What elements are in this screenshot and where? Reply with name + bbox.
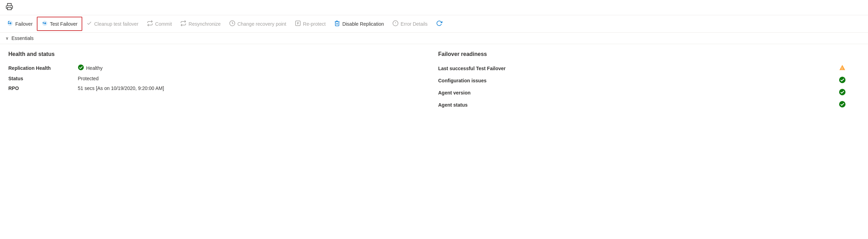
commit-label: Commit [155,21,172,27]
essentials-label: Essentials [11,35,34,41]
info-icon [392,20,399,27]
agent-version-label: Agent version [438,90,470,96]
rpo-row: RPO 51 secs [As on 10/19/2020, 9:20:00 A… [8,85,430,91]
toolbar-item-cleanup-test-failover[interactable]: Cleanup test failover [82,18,143,30]
toolbar: Failover Test Failover Cleanup test fail… [0,15,868,33]
toolbar-item-test-failover[interactable]: Test Failover [37,17,82,31]
change-recovery-point-label: Change recovery point [237,21,286,27]
warning-icon: ! [839,64,846,72]
configuration-issues-label: Configuration issues [438,78,486,83]
health-status-panel: Health and status Replication Health Hea… [8,51,430,113]
cleanup-icon [86,20,92,27]
ok-icon-config [839,76,846,84]
toolbar-item-disable-replication[interactable]: Disable Replication [330,17,388,30]
svg-point-16 [839,89,845,95]
toolbar-item-error-details[interactable]: Error Details [388,17,432,30]
reprotect-icon [295,20,301,27]
toolbar-item-re-protect[interactable]: Re-protect [291,17,330,30]
error-details-label: Error Details [401,21,428,27]
healthy-icon [78,64,84,72]
top-bar [0,0,868,15]
failover-readiness-panel: Failover readiness Last successful Test … [438,51,860,113]
replication-health-label: Replication Health [8,65,78,71]
health-status-title: Health and status [8,51,430,57]
svg-point-15 [839,77,845,83]
readiness-row-agent-version: Agent version [438,89,860,97]
svg-point-4 [43,22,44,23]
readiness-row-configuration-issues: Configuration issues [438,76,860,84]
svg-point-2 [8,23,9,24]
failover-icon [7,20,13,27]
toolbar-item-change-recovery-point[interactable]: Change recovery point [225,17,291,30]
readiness-row-agent-status: Agent status [438,101,860,109]
refresh-icon [436,20,442,27]
main-content: Health and status Replication Health Hea… [0,44,868,120]
last-test-failover-label: Last successful Test Failover [438,66,506,71]
trash-icon [334,20,340,27]
commit-icon [147,20,153,27]
svg-point-12 [78,65,84,71]
essentials-section[interactable]: ∨ Essentials [0,33,868,44]
clock-icon [229,20,235,27]
svg-rect-0 [8,7,11,10]
rpo-value: 51 secs [As on 10/19/2020, 9:20:00 AM] [78,85,430,91]
print-icon[interactable] [6,3,13,12]
disable-replication-label: Disable Replication [342,21,384,27]
rpo-label: RPO [8,85,78,91]
failover-label: Failover [15,21,33,27]
svg-text:!: ! [842,67,843,70]
test-failover-icon [42,20,48,27]
resynchronize-label: Resynchronize [189,21,221,27]
status-value: Protected [78,76,430,81]
svg-point-17 [839,101,845,107]
toolbar-item-refresh[interactable] [432,17,446,30]
toolbar-item-failover[interactable]: Failover [3,17,37,30]
toolbar-item-resynchronize[interactable]: Resynchronize [176,17,225,30]
agent-status-label: Agent status [438,102,468,108]
replication-health-value: Healthy [78,64,430,72]
test-failover-label: Test Failover [50,21,77,27]
toolbar-item-commit[interactable]: Commit [143,17,176,30]
status-label: Status [8,76,78,81]
resync-icon [180,20,186,27]
replication-health-row: Replication Health Healthy [8,64,430,72]
failover-readiness-title: Failover readiness [438,51,860,57]
readiness-row-last-test-failover: Last successful Test Failover ! [438,64,860,72]
ok-icon-agent-version [839,89,846,97]
status-row: Status Protected [8,76,430,81]
ok-icon-agent-status [839,101,846,109]
re-protect-label: Re-protect [303,21,326,27]
cleanup-test-failover-label: Cleanup test failover [94,21,139,27]
essentials-chevron: ∨ [6,36,9,41]
